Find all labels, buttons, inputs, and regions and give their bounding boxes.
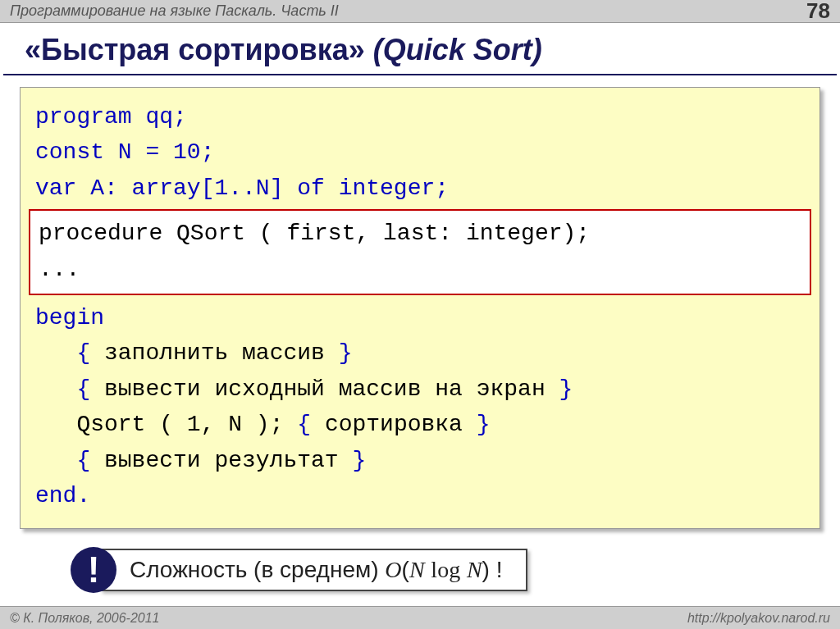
- highlight-box: procedure QSort ( first, last: integer);…: [29, 209, 811, 295]
- math-n: N: [409, 557, 425, 582]
- complexity-note: ! Сложность (в среднем) O(N log N) !: [71, 547, 820, 593]
- code-line: ...: [39, 252, 801, 287]
- code-line: const N = 10;: [35, 134, 805, 170]
- space: [460, 557, 467, 582]
- brace: {: [35, 340, 104, 366]
- slide-title: «Быстрая сортировка» (Quick Sort): [3, 23, 837, 75]
- brace: }: [463, 412, 491, 437]
- stmt: Qsort ( 1, N );: [35, 412, 283, 437]
- header-title: Программирование на языке Паскаль. Часть…: [10, 2, 339, 20]
- math-n: N: [467, 557, 482, 582]
- comment: сортировка: [325, 412, 463, 437]
- brace: {: [35, 376, 104, 402]
- slide-footer: © К. Поляков, 2006-2011 http://kpolyakov…: [0, 606, 840, 629]
- page-number: 78: [806, 0, 830, 24]
- title-main: «Быстрая сортировка»: [25, 33, 373, 66]
- footer-copyright: © К. Поляков, 2006-2011: [10, 611, 159, 626]
- math-log: log: [431, 557, 460, 582]
- code-line: Qsort ( 1, N ); { сортировка }: [35, 407, 805, 442]
- code-line: { вывести результат }: [35, 443, 805, 478]
- comment: вывести исходный массив на экран: [104, 376, 546, 402]
- paren: ): [482, 557, 490, 582]
- code-line: end.: [35, 478, 805, 513]
- slide-header: Программирование на языке Паскаль. Часть…: [0, 0, 840, 23]
- code-line: begin: [35, 300, 805, 335]
- code-line: program qq;: [35, 99, 805, 134]
- code-block: program qq; const N = 10; var A: array[1…: [20, 87, 820, 529]
- code-line: { вывести исходный массив на экран }: [35, 371, 805, 407]
- title-italic: (Quick Sort): [373, 33, 542, 66]
- code-line: var A: array[1..N] of integer;: [35, 171, 805, 206]
- excl: !: [490, 557, 503, 582]
- note-text: Сложность (в среднем): [130, 557, 385, 582]
- brace: {: [283, 412, 324, 437]
- big-o: O: [385, 557, 401, 582]
- paren: (: [402, 557, 409, 582]
- brace: }: [546, 376, 573, 402]
- brace: {: [35, 448, 104, 473]
- footer-url: http://kpolyakov.narod.ru: [687, 611, 830, 626]
- comment: заполнить массив: [104, 340, 325, 366]
- attention-icon: !: [71, 547, 116, 593]
- brace: }: [325, 340, 353, 366]
- comment: вывести результат: [104, 448, 339, 473]
- note-box: Сложность (в среднем) O(N log N) !: [100, 549, 527, 591]
- code-line: procedure QSort ( first, last: integer);: [39, 216, 801, 251]
- code-line: { заполнить массив }: [35, 335, 805, 371]
- brace: }: [339, 448, 367, 473]
